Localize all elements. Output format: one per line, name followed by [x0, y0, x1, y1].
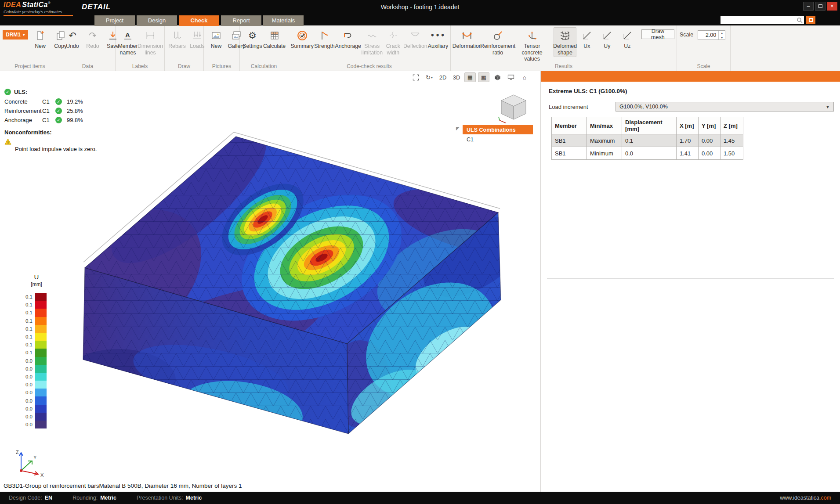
search-input[interactable] [721, 17, 797, 23]
tab-materials[interactable]: Materials [263, 15, 304, 26]
dimension-lines-icon [145, 29, 156, 42]
maximize-button[interactable] [815, 2, 826, 11]
website-link[interactable]: www.ideastatica.com [780, 495, 831, 501]
auxiliary-button[interactable]: ••• Auxiliary [428, 27, 448, 51]
legend-color-swatch [35, 317, 47, 325]
tab-check[interactable]: Check [179, 15, 219, 26]
mesh-grid-icon: ▦ [467, 74, 473, 81]
tab-project[interactable]: Project [94, 15, 135, 26]
load-increment-select[interactable]: G100.0%, V100.0% ▼ [616, 102, 834, 112]
undo-icon: ↶ [69, 29, 76, 42]
minimize-button[interactable]: – [803, 2, 814, 11]
load-increment-label: Load increment [549, 104, 616, 110]
legend-entry: 0.1 [25, 349, 48, 356]
rebars-button: Rebars [167, 27, 187, 51]
group-label: Pictures [204, 63, 239, 69]
table-header-row: Member Min/max Displacement [mm] X [m] Y… [552, 117, 743, 134]
ribbon-group-scale: Scale 2.00 ▲ ▼ Scale [677, 25, 731, 71]
uy-button[interactable]: Uy [597, 27, 617, 51]
navigation-cube[interactable] [496, 91, 531, 126]
zoom-fit-button[interactable] [410, 72, 421, 82]
group-label: Scale [677, 63, 730, 69]
group-label: Draw [165, 63, 203, 69]
legend-color-swatch [35, 349, 47, 356]
ribbon: DRM1 ▾ New Copy Project items ↶ Undo [0, 25, 840, 71]
ribbon-group-data: ↶ Undo ↷ Redo Save Data [60, 25, 116, 71]
group-label: Code-check results [288, 63, 450, 69]
scale-spinner[interactable]: 2.00 ▲ ▼ [698, 30, 725, 40]
legend-color-swatch [35, 293, 47, 301]
results-panel-header [541, 71, 840, 82]
member-names-button[interactable]: A Member names [118, 27, 138, 57]
table-row[interactable]: SB1 Maximum 0.1 1.70 0.00 1.45 [552, 134, 743, 147]
legend-entry: 0.0 [25, 421, 48, 428]
legend-entry: 0.1 [25, 333, 48, 341]
reinforcement-ratio-button[interactable]: Reinforcement ratio [482, 27, 514, 57]
legend-entry: 0.1 [25, 309, 48, 317]
uls-combinations-item[interactable]: ◤ ULS Combinations [463, 125, 533, 134]
check-icon: ✓ [55, 108, 62, 114]
combination-c1-item[interactable]: C1 [467, 137, 533, 143]
new-item-button[interactable]: New [31, 27, 50, 51]
ribbon-group-project-items: DRM1 ▾ New Copy Project items [0, 25, 60, 71]
drm-label: DRM1 [6, 32, 21, 38]
legend-color-swatch [35, 413, 47, 421]
deformation-icon [461, 29, 473, 42]
search-box [721, 16, 804, 24]
axis-y-label: Y [33, 455, 37, 460]
minimize-icon: – [807, 3, 810, 9]
chevron-down-icon: ▼ [826, 104, 830, 109]
model-canvas[interactable]: ↻▾ 2D 3D ▦ ▩ ⌂ ✓ ULS: Concrete C1 ✓ 19.2… [0, 71, 540, 492]
logo-tagline: Calculate yesterday's estimates [4, 9, 73, 14]
close-button[interactable]: × [827, 2, 837, 11]
legend-color-swatch [35, 333, 47, 341]
tensor-concrete-values-button[interactable]: Tensor concrete values [515, 27, 550, 64]
gear-icon: ⚙ [248, 29, 257, 42]
table-row[interactable]: SB1 Minimum 0.0 1.41 0.00 1.50 [552, 147, 743, 160]
summary-button[interactable]: Summary [291, 27, 313, 51]
load-increment-row: Load increment G100.0%, V100.0% ▼ [549, 102, 834, 112]
license-indicator-button[interactable] [806, 16, 815, 24]
tab-design[interactable]: Design [137, 15, 177, 26]
calculate-button[interactable]: Calculate [263, 27, 286, 51]
mesh-view-button[interactable]: ▦ [464, 72, 476, 82]
ux-button[interactable]: Ux [577, 27, 597, 51]
settings-button[interactable]: ⚙ Settings [243, 27, 262, 51]
uls-row-concrete: Concrete C1 ✓ 19.2% [4, 97, 97, 106]
close-icon: × [830, 3, 833, 9]
uz-button[interactable]: Uz [618, 27, 637, 51]
anchorage-button[interactable]: Anchorage [336, 27, 361, 51]
uz-icon [622, 29, 633, 42]
solid-view-button[interactable] [492, 72, 503, 82]
spinner-up-icon[interactable]: ▲ [719, 31, 725, 35]
render-view-button[interactable] [505, 72, 517, 82]
new-picture-button[interactable]: New [206, 27, 226, 51]
legend-title: U [25, 273, 48, 281]
legend-color-swatch [35, 405, 47, 413]
presentation-units-status: Presentation Units: Metric [137, 495, 202, 501]
tree-collapse-icon[interactable]: ◤ [456, 126, 460, 131]
ribbon-group-labels: A Member names Dimension lines Labels [116, 25, 165, 71]
view-2d-button[interactable]: 2D [437, 72, 449, 82]
undo-button[interactable]: ↶ Undo [63, 27, 82, 51]
spinner-down-icon[interactable]: ▼ [719, 35, 725, 40]
home-view-button[interactable]: ⌂ [519, 72, 530, 82]
section-view-button[interactable]: ▩ [478, 72, 489, 82]
design-code-status: Design Code: EN [9, 495, 52, 501]
reinforcement-ratio-icon [492, 29, 503, 42]
view-3d-button[interactable]: 3D [451, 72, 462, 82]
tab-report[interactable]: Report [221, 15, 261, 26]
draw-mesh-toggle[interactable]: Draw mesh [641, 29, 674, 39]
rotate-view-button[interactable]: ↻▾ [424, 72, 435, 82]
legend-color-swatch [35, 421, 47, 428]
check-icon: ✓ [55, 117, 62, 123]
axis-z-label: Z [16, 450, 19, 455]
drm-selector[interactable]: DRM1 ▾ [3, 30, 28, 40]
svg-text:A: A [125, 31, 130, 39]
model-3d-view[interactable] [79, 130, 510, 441]
home-icon: ⌂ [523, 74, 526, 81]
deformed-shape-button[interactable]: Deformed shape [554, 27, 576, 57]
strength-button[interactable]: Strength [314, 27, 334, 51]
legend-color-swatch [35, 325, 47, 333]
deformation-button[interactable]: Deformation [453, 27, 481, 51]
